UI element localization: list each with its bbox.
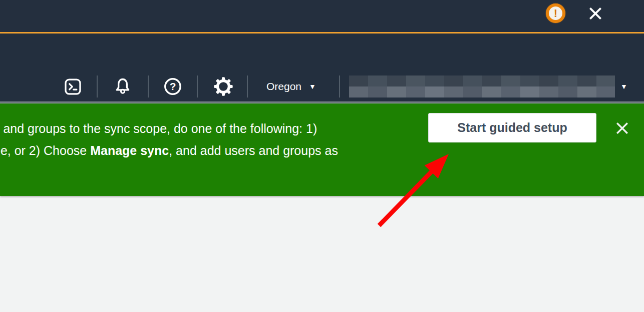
chevron-down-icon: ▼ bbox=[309, 83, 316, 90]
banner-message-line2: pe, or 2) Choose Manage sync, and add us… bbox=[0, 140, 338, 162]
top-notification-bar: ! bbox=[0, 0, 644, 32]
settings-button[interactable] bbox=[213, 76, 233, 98]
banner-close-icon[interactable] bbox=[614, 120, 630, 136]
banner-bold-text: Manage sync bbox=[90, 144, 169, 158]
start-guided-setup-button[interactable]: Start guided setup bbox=[428, 113, 596, 142]
help-question-icon: ? bbox=[163, 76, 183, 96]
region-selector[interactable]: Oregon ▼ bbox=[266, 76, 316, 98]
help-button[interactable]: ? bbox=[163, 76, 183, 98]
region-label: Oregon bbox=[266, 80, 301, 92]
console-header: ? Oregon bbox=[0, 34, 644, 101]
warning-icon: ! bbox=[546, 4, 565, 23]
cloudshell-button[interactable] bbox=[63, 76, 83, 98]
chevron-down-icon: ▼ bbox=[620, 83, 627, 90]
notifications-button[interactable] bbox=[113, 76, 133, 98]
cloudshell-terminal-icon bbox=[64, 78, 82, 96]
warning-exclamation: ! bbox=[554, 8, 557, 19]
header-divider bbox=[339, 76, 340, 98]
banner-message: s and groups to the sync scope, do one o… bbox=[0, 118, 338, 162]
bell-icon bbox=[113, 76, 133, 96]
header-divider bbox=[197, 76, 198, 98]
account-menu[interactable]: ▼ bbox=[349, 76, 627, 98]
redacted-account-name bbox=[349, 76, 615, 98]
help-glyph: ? bbox=[170, 80, 176, 92]
gear-icon bbox=[213, 76, 233, 96]
close-icon[interactable] bbox=[587, 5, 604, 22]
success-banner: s and groups to the sync scope, do one o… bbox=[0, 104, 644, 196]
header-divider bbox=[148, 76, 149, 98]
header-divider bbox=[97, 76, 98, 98]
aws-console-page: ! ? bbox=[0, 0, 644, 312]
header-divider bbox=[247, 76, 248, 98]
banner-message-line1: s and groups to the sync scope, do one o… bbox=[0, 118, 338, 140]
